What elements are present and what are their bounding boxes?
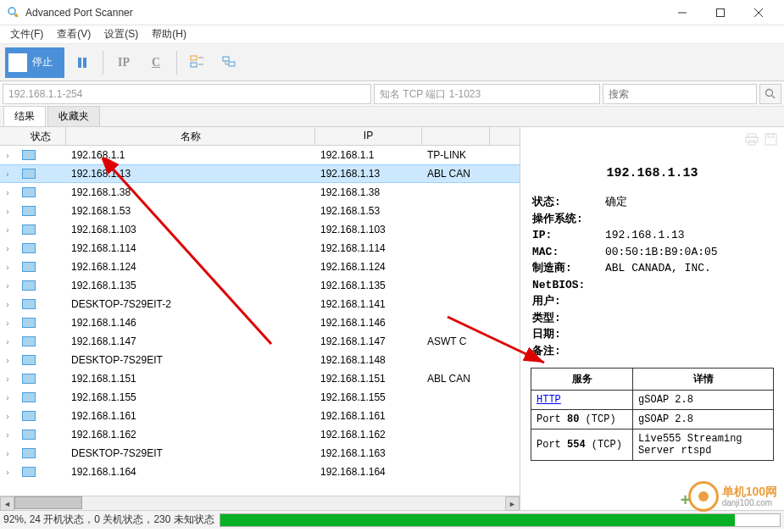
scroll-thumb[interactable] [14,496,82,509]
table-row[interactable]: › 192.168.1.53 192.168.1.53 [0,202,520,220]
detail-value-mfr: ABL CANADA, INC. [605,260,772,277]
expand-icon[interactable]: › [0,263,15,272]
expand-icon[interactable]: › [0,169,15,179]
expand-icon[interactable]: › [0,393,15,402]
tab-results[interactable]: 结果 [3,106,46,126]
expand-icon[interactable]: › [0,281,15,291]
row-ip: 192.168.1.103 [315,224,422,236]
row-name: 192.168.1.151 [66,373,315,385]
svg-rect-22 [746,137,758,142]
status-icon [15,206,66,216]
stop-button[interactable]: 停止 [5,47,64,78]
table-row[interactable]: › 192.168.1.114 192.168.1.114 [0,239,520,258]
row-ip: 192.168.1.161 [315,410,422,422]
pause-button[interactable] [68,48,97,77]
svg-rect-4 [716,8,724,16]
expand-all-button[interactable] [183,48,212,77]
collapse-all-button[interactable] [215,48,244,77]
save-icon[interactable] [764,132,779,147]
status-icon [15,448,66,458]
detail-value-mac: 00:50:1B:B9:0A:05 [605,244,772,261]
expand-icon[interactable]: › [0,468,15,477]
expand-icon[interactable]: › [0,412,15,421]
status-icon [15,187,66,197]
grid-body[interactable]: › 192.168.1.1 192.168.1.1 TP-LINK› 192.1… [0,146,520,496]
status-icon [15,374,66,384]
menu-view[interactable]: 查看(V) [50,25,97,43]
table-row[interactable]: › 192.168.1.146 192.168.1.146 [0,313,520,332]
table-row[interactable]: › 192.168.1.13 192.168.1.13 ABL CAN [0,164,520,183]
detail-value-status: 确定 [605,194,772,211]
expand-icon[interactable]: › [0,188,15,197]
menu-settings[interactable]: 设置(S) [97,25,145,43]
menu-file[interactable]: 文件(F) [3,25,50,43]
detail-label-os: 操作系统: [532,211,605,228]
search-input[interactable] [603,84,757,104]
service-link[interactable]: HTTP [537,394,561,406]
expand-icon[interactable]: › [0,300,15,309]
col-status[interactable]: 状态 [15,127,66,145]
expand-icon[interactable]: › [0,244,15,253]
menu-help[interactable]: 帮助(H) [145,25,193,43]
table-row[interactable]: › 192.168.1.155 192.168.1.155 [0,388,520,407]
expand-icon[interactable]: › [0,430,15,440]
expand-icon[interactable]: › [0,356,15,365]
search-button[interactable] [759,84,781,104]
expand-icon[interactable]: › [0,319,15,328]
row-name: 192.168.1.147 [66,335,315,347]
svc-header-service: 服务 [531,369,633,391]
status-icon [15,224,66,235]
col-name[interactable]: 名称 [66,127,315,145]
status-icon [15,355,66,365]
svg-rect-13 [223,57,229,61]
expand-icon[interactable]: › [0,207,15,216]
status-icon [15,336,66,346]
menubar: 文件(F) 查看(V) 设置(S) 帮助(H) [0,25,784,44]
table-row[interactable]: › DESKTOP-7S29EIT 192.168.1.163 [0,444,520,463]
ports-input[interactable] [374,84,600,104]
table-row[interactable]: › 192.168.1.161 192.168.1.161 [0,407,520,425]
expand-icon[interactable]: › [0,151,15,160]
svg-point-17 [766,90,773,97]
status-icon [15,262,66,272]
ip-range-input[interactable] [3,84,371,104]
print-icon[interactable] [745,132,760,147]
row-ip: 192.168.1.53 [315,205,422,217]
col-mfr[interactable] [422,127,490,145]
expand-icon[interactable]: › [0,449,15,458]
expand-icon[interactable]: › [0,374,15,384]
scroll-right-arrow[interactable]: ► [505,496,520,511]
app-icon [7,6,20,19]
table-row[interactable]: › 192.168.1.151 192.168.1.151 ABL CAN [0,369,520,388]
row-ip: 192.168.1.148 [315,354,422,366]
table-row[interactable]: › DESKTOP-7S29EIT-2 192.168.1.141 [0,295,520,313]
table-row[interactable]: › 192.168.1.124 192.168.1.124 [0,258,520,276]
searchbar [0,81,784,107]
maximize-button[interactable] [701,1,739,25]
ip-button[interactable]: IP [109,48,138,77]
c-button[interactable]: C [142,48,170,77]
status-icon [15,467,66,477]
table-row[interactable]: › 192.168.1.135 192.168.1.135 [0,276,520,295]
svg-point-0 [8,8,15,14]
horizontal-scrollbar[interactable]: ◄ ► [0,496,520,510]
expand-icon[interactable]: › [0,337,15,346]
table-row[interactable]: › 192.168.1.1 192.168.1.1 TP-LINK [0,146,520,164]
detail-pane: 192.168.1.13 状态:确定操作系统:IP:192.168.1.13MA… [520,127,784,510]
table-row[interactable]: › 192.168.1.38 192.168.1.38 [0,183,520,202]
col-ip[interactable]: IP [315,127,422,145]
expand-icon[interactable]: › [0,225,15,235]
separator [176,51,177,75]
scroll-left-arrow[interactable]: ◄ [0,496,14,511]
table-row[interactable]: › 192.168.1.162 192.168.1.162 [0,425,520,444]
minimize-button[interactable] [663,1,701,25]
table-row[interactable]: › 192.168.1.103 192.168.1.103 [0,220,520,239]
tab-favorites[interactable]: 收藏夹 [47,106,100,126]
close-button[interactable] [739,1,777,25]
table-row[interactable]: › 192.168.1.147 192.168.1.147 ASWT C [0,332,520,351]
table-row[interactable]: › 192.168.1.164 192.168.1.164 [0,463,520,481]
svg-rect-21 [748,134,756,137]
detail-value-date [605,326,772,343]
progress-bar [220,513,781,527]
table-row[interactable]: › DESKTOP-7S29EIT 192.168.1.148 [0,351,520,369]
